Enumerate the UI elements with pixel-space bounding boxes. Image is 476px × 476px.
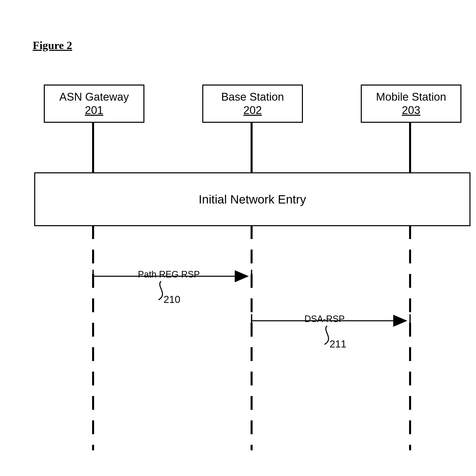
phase-initial-network-entry: Initial Network Entry (34, 172, 470, 226)
entity-name: Base Station (221, 90, 284, 104)
message-path-reg-rsp: Path REG RSP (138, 269, 200, 280)
entity-id: 202 (243, 104, 262, 117)
entity-asn-gateway: ASN Gateway 201 (44, 85, 144, 123)
entity-name: Mobile Station (376, 90, 446, 104)
phase-label: Initial Network Entry (199, 192, 306, 206)
entity-base-station: Base Station 202 (202, 85, 303, 123)
entity-id: 201 (85, 104, 103, 117)
ref-211: 211 (330, 338, 346, 350)
diagram-svg (0, 0, 476, 476)
message-dsa-rsp: DSA-RSP (304, 314, 345, 324)
entity-name: ASN Gateway (59, 90, 129, 104)
entity-mobile-station: Mobile Station 203 (361, 85, 461, 123)
ref-210: 210 (164, 294, 180, 305)
diagram-canvas: Figure 2 ASN Gateway 201 (0, 0, 476, 476)
entity-id: 203 (402, 104, 420, 117)
